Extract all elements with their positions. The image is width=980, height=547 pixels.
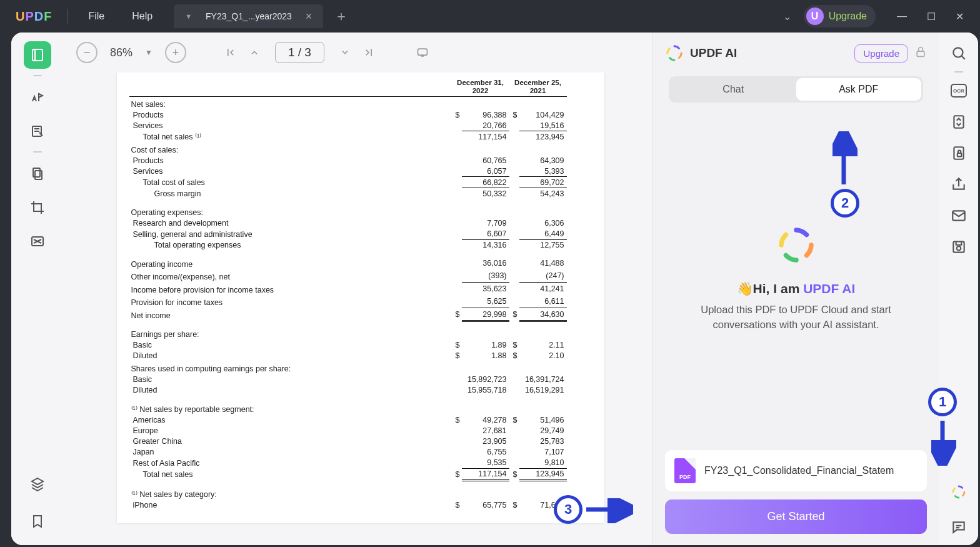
ai-filename: FY23_Q1_Consolidated_Financial_Statem [704, 465, 894, 476]
annotation-1: 1 [928, 388, 957, 416]
tab-dropdown-icon[interactable]: ▼ [179, 13, 198, 20]
convert-icon[interactable] [949, 113, 968, 131]
zoom-value[interactable]: 86% [102, 46, 140, 59]
tab-title: FY23_Q1_...year2023 [198, 11, 299, 21]
svg-rect-0 [32, 49, 42, 61]
upgrade-button[interactable]: U Upgrade [804, 5, 876, 28]
ai-panel: UPDF AI Upgrade Chat Ask PDF 👋Hi, I am U… [652, 33, 939, 545]
zoom-out-button[interactable]: − [76, 42, 98, 63]
email-icon[interactable] [949, 206, 968, 225]
tabs-overflow-icon[interactable]: ⌄ [771, 11, 804, 23]
ocr-icon[interactable]: OCR [949, 81, 968, 100]
separator [954, 71, 963, 73]
ai-assistant-icon[interactable] [949, 483, 968, 501]
menu-file[interactable]: File [74, 11, 118, 22]
save-icon[interactable] [949, 238, 968, 256]
prev-page-button[interactable] [245, 43, 264, 62]
bookmark-tool[interactable] [24, 508, 51, 535]
svg-rect-3 [35, 171, 42, 179]
crop-tool[interactable] [24, 194, 51, 221]
ai-body: 👋Hi, I am UPDF AI Upload this PDF to UPD… [665, 109, 927, 450]
svg-rect-6 [917, 51, 924, 56]
upgrade-label: Upgrade [829, 11, 867, 22]
search-icon[interactable] [949, 44, 968, 63]
pdf-page: December 31,2022December 25,2021Net sale… [117, 73, 604, 523]
annotation-1-arrow [931, 419, 956, 466]
ai-header: UPDF AI Upgrade [665, 44, 927, 63]
left-toolbar [11, 33, 64, 545]
document-viewport[interactable]: December 31,2022December 25,2021Net sale… [64, 73, 652, 545]
next-page-button[interactable] [336, 43, 354, 62]
updf-ai-logo-icon [665, 44, 684, 63]
chat-icon[interactable] [949, 518, 968, 536]
new-tab-button[interactable]: ＋ [323, 7, 359, 26]
redact-tool[interactable] [24, 228, 51, 255]
reader-tool[interactable] [24, 41, 51, 69]
document-toolbar: − 86% ▼ + 1 / 3 [64, 33, 652, 73]
lock-icon[interactable] [914, 46, 927, 61]
window-close-icon[interactable]: ✕ [946, 11, 974, 23]
ai-description: Upload this PDF to UPDF Cloud and start … [670, 303, 922, 333]
document-area: − 86% ▼ + 1 / 3 December 31,2022December… [64, 33, 652, 545]
window-maximize-icon[interactable]: ☐ [917, 11, 946, 23]
layers-tool[interactable] [24, 470, 51, 498]
pdf-file-icon: PDF [674, 458, 696, 483]
tab-close-icon[interactable]: × [299, 10, 319, 23]
document-tab[interactable]: ▼ FY23_Q1_...year2023 × [174, 4, 323, 28]
separator [32, 151, 43, 154]
ai-panel-title: UPDF AI [690, 46, 854, 60]
titlebar: UPDF File Help ▼ FY23_Q1_...year2023 × ＋… [0, 0, 980, 33]
svg-rect-10 [958, 153, 962, 156]
workspace: − 86% ▼ + 1 / 3 December 31,2022December… [11, 33, 978, 545]
annotation-3-arrow [584, 498, 633, 523]
app-logo: UPDF [16, 9, 52, 24]
zoom-dropdown-icon[interactable]: ▼ [145, 48, 160, 57]
protect-icon[interactable] [949, 144, 968, 163]
last-page-button[interactable] [359, 43, 378, 62]
svg-point-13 [957, 246, 961, 251]
ai-greeting: 👋Hi, I am UPDF AI [737, 281, 856, 296]
window-minimize-icon[interactable]: — [887, 11, 917, 22]
financial-table: December 31,2022December 25,2021Net sale… [129, 78, 567, 511]
separator [32, 75, 43, 78]
annotation-2: 2 [831, 189, 859, 218]
menu-help[interactable]: Help [118, 11, 166, 22]
updf-ai-logo-large-icon [778, 226, 815, 264]
page-indicator[interactable]: 1 / 3 [275, 42, 324, 63]
svg-point-7 [953, 48, 962, 57]
edit-tool[interactable] [24, 118, 51, 145]
page-tool[interactable] [24, 160, 51, 188]
user-avatar: U [806, 8, 824, 25]
zoom-in-button[interactable]: + [165, 42, 186, 63]
ai-tabs: Chat Ask PDF [669, 76, 923, 103]
first-page-button[interactable] [221, 43, 240, 62]
right-toolbar: OCR [939, 33, 978, 545]
tab-ask-pdf[interactable]: Ask PDF [796, 78, 922, 101]
presentation-button[interactable] [413, 43, 432, 62]
comment-tool[interactable] [24, 84, 51, 111]
annotation-3: 3 [554, 495, 582, 524]
share-icon[interactable] [949, 175, 968, 194]
annotation-2-arrow [832, 131, 858, 188]
ai-upgrade-button[interactable]: Upgrade [854, 44, 908, 63]
divider [68, 9, 68, 24]
ai-file-card: PDF FY23_Q1_Consolidated_Financial_State… [665, 450, 927, 491]
tab-chat[interactable]: Chat [671, 78, 796, 101]
get-started-button[interactable]: Get Started [665, 499, 927, 534]
svg-rect-2 [33, 168, 40, 177]
